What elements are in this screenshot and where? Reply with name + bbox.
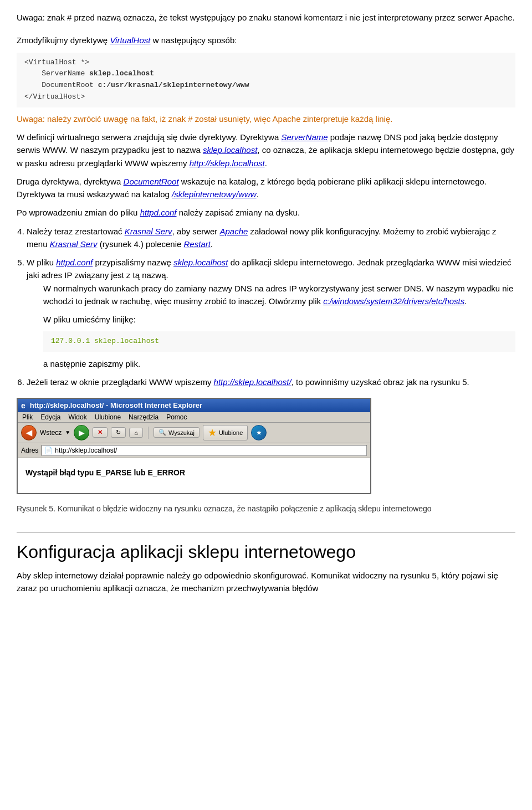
code-line-3: DocumentRoot c:/usr/krasnal/sklepinterne… [24,80,508,91]
ie-titlebar: e http://sklep.localhost/ - Microsoft In… [18,399,370,412]
main-list: Należy teraz zrestartować Krasnal Serv, … [27,225,515,389]
list-item-4: Należy teraz zrestartować Krasnal Serv, … [27,225,515,251]
ie-menubar[interactable]: Plik Edycja Widok Ulubione Narzędzia Pom… [18,412,370,423]
ie-stop-button[interactable]: ✕ [93,427,108,438]
ie-addressbar: Adres 📄 http://sklep.localhost/ [18,443,370,458]
item6-text1: Jeżeli teraz w oknie przeglądarki WWW wp… [27,377,214,387]
item5-indent1-end: . [464,296,467,306]
ie-toolbar: ◀ Wstecz ▼ ▶ ✕ ↻ ⌂ 🔍 Wyszukaj ★ Ulubione… [18,423,370,443]
ie-page-icon: 📄 [44,447,53,454]
item5-text1: W pliku [27,258,56,267]
item5-indent1: W normalnych warunkach pracy do zamiany … [43,282,515,308]
item4-text4: (rysunek 4.) polecenie [98,239,184,249]
ie-address-label: Adres [21,447,38,454]
code-line-2: ServerName sklep.localhost [24,68,508,80]
ie-menu-plik[interactable]: Plik [22,413,33,421]
ie-menu-widok[interactable]: Widok [68,413,86,421]
ie-forward-button[interactable]: ▶ [74,425,89,440]
http-link[interactable]: http://sklep.localhost [190,158,265,168]
item6-text2: , to powinniśmy uzyskać obraz jak na rys… [291,377,469,387]
para3-end: . [257,189,259,199]
virtualhost-link[interactable]: VirtualHost [110,35,150,45]
ie-separator-1 [148,427,149,439]
list-item-5: W pliku httpd.conf przypisaliśmy nazwę s… [27,256,515,370]
ie-address-input[interactable]: 📄 http://sklep.localhost/ [42,445,367,456]
ie-error-text: Wystąpił błąd typu E_PARSE lub E_ERROR [25,467,362,479]
item4-apache-link[interactable]: Apache [219,227,248,236]
ie-home-icon: ⌂ [134,429,138,436]
code-block-1: <VirtualHost *> ServerName sklep.localho… [17,53,515,107]
ie-favorites-button[interactable]: ★ Ulubione [203,425,248,440]
item4-krasnal-link[interactable]: Krasnal Serv [125,227,172,236]
code-line-4: </VirtualHost> [24,91,508,103]
note1-block: Uwaga: znak # przed nazwą oznacza, że te… [17,11,515,24]
para-httpd: Po wprowadzeniu zmian do pliku httpd.con… [17,206,515,219]
para-servername: W definicji wirtualnego serwera znajdują… [17,131,515,170]
ie-search-label: Wyszukaj [168,429,195,436]
item5-indent2: W pliku umieśćmy linijkę: 127.0.0.1 skle… [43,313,515,370]
documentroot-link[interactable]: DocumentRoot [124,177,179,186]
item5-cwindows-link[interactable]: c:/windows/system32/drivers/etc/hosts [323,296,464,306]
para-virtualhost: Zmodyfikujmy dyrektywę VirtualHost w nas… [17,34,515,47]
code-block-2: 127.0.0.1 sklep.localhost [43,331,515,352]
para-documentroot: Druga dyrektywa, dyrektywa DocumentRoot … [17,175,515,201]
figure-caption: Rysunek 5. Komunikat o błędzie widoczny … [17,503,515,515]
para2-text: W definicji wirtualnego serwera znajdują… [17,132,281,142]
item5-indent2-text: W pliku umieśćmy linijkę: [43,313,515,326]
ie-content: Wystąpił błąd typu E_PARSE lub E_ERROR [18,458,370,494]
ie-back-button[interactable]: ◀ [21,425,37,440]
ie-titlebar-text: http://sklep.localhost/ - Microsoft Inte… [30,401,202,409]
ie-stop-icon: ✕ [98,429,103,436]
para3-start: Druga dyrektywa, dyrektywa [17,177,124,186]
warning1: Uwaga: należy zwrócić uwagę na fakt, iż … [17,113,515,126]
skleplocalhost-link[interactable]: sklep.localhost [203,145,257,155]
ie-screenshot: e http://sklep.localhost/ - Microsoft In… [17,398,371,495]
note1-text: Uwaga: znak # przed nazwą oznacza, że te… [17,11,515,24]
item4-text1: Należy teraz zrestartować [27,227,125,236]
ie-menu-edycja[interactable]: Edycja [40,413,60,421]
ie-back-arrow: ◀ [26,428,32,437]
item5-text2: przypisaliśmy nazwę [93,258,173,267]
para4-end: należy zapisać zmiany na dysku. [177,208,300,217]
item5-indent3: a następnie zapiszmy plik. [43,357,515,370]
item4-restart-link[interactable]: Restart [184,239,211,249]
ie-back-label: Wstecz [40,429,62,437]
ie-logo-icon: e [21,401,25,410]
httpd-link[interactable]: httpd.conf [140,208,177,217]
list-item-6: Jeżeli teraz w oknie przeglądarki WWW wp… [27,376,515,388]
para1-text: Zmodyfikujmy dyrektywę [17,35,110,45]
ie-search-button[interactable]: 🔍 Wyszukaj [154,427,200,438]
ie-forward-arrow: ▶ [79,428,85,437]
item4-text5: . [211,239,213,249]
item5-httpd-link[interactable]: httpd.conf [56,258,93,267]
para4-start: Po wprowadzeniu zmian do pliku [17,208,140,217]
ie-refresh-button[interactable]: ↻ [111,427,126,438]
ie-menu-pomoc[interactable]: Pomoc [166,413,187,421]
item4-krasnal2-link[interactable]: Krasnal Serv [50,239,98,249]
para2-end: . [265,158,267,168]
section-heading: Konfiguracja aplikacji sklepu internetow… [17,532,515,562]
ie-extra-icon: ★ [256,429,262,437]
item6-http-link[interactable]: http://sklep.localhost/ [214,377,291,387]
code2-text: 127.0.0.1 sklep.localhost [51,337,159,345]
servername-link[interactable]: ServerName [281,132,328,142]
para1-suffix: w następujący sposób: [150,35,237,45]
ie-home-button[interactable]: ⌂ [129,428,143,438]
section-para: Aby sklep internetowy działał poprawnie … [17,569,515,595]
sklepinternetowy-link[interactable]: /sklepinternetowy/www [172,189,257,199]
ie-menu-ulubione[interactable]: Ulubione [95,413,121,421]
ie-address-value: http://sklep.localhost/ [55,447,117,454]
ie-search-icon: 🔍 [158,429,166,436]
ie-refresh-icon: ↻ [116,429,121,436]
ie-menu-narzedzia[interactable]: Narzędzia [129,413,158,421]
ie-star-icon: ★ [208,427,217,439]
ie-extra-button[interactable]: ★ [251,425,267,440]
item5-sklep-link[interactable]: sklep.localhost [173,258,228,267]
code-line-1: <VirtualHost *> [24,57,508,69]
ie-dropdown-arrow: ▼ [65,429,70,435]
item4-text2: , aby serwer [172,227,220,236]
ie-favorites-label: Ulubione [219,429,243,436]
